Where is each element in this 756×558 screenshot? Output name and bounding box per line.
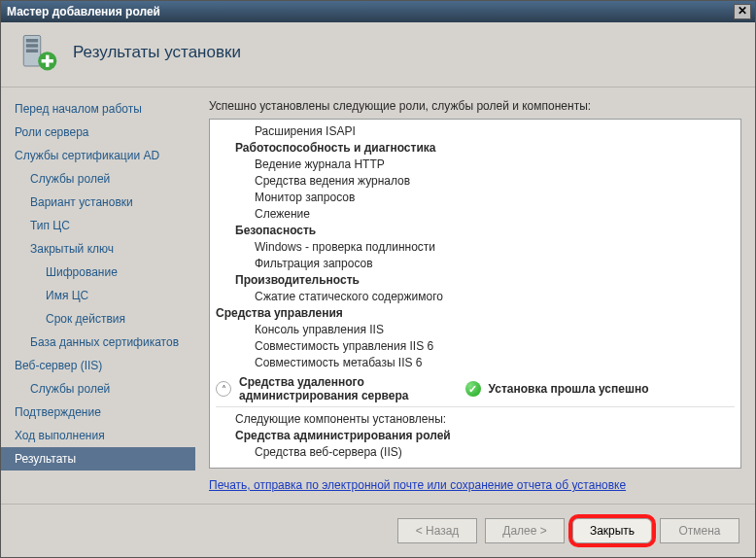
report-link[interactable]: Печать, отправка по электронной почте ил…: [209, 478, 741, 492]
sidebar-item-8[interactable]: Имя ЦС: [1, 284, 195, 307]
chevron-up-icon[interactable]: ˄: [216, 381, 231, 397]
post-item: Средства веб-сервера (IIS): [255, 444, 735, 461]
tree-row: Расширения ISAPI: [255, 123, 735, 140]
tree-row: Слежение: [255, 206, 735, 223]
tree-row: Монитор запросов: [255, 190, 735, 206]
tree-row: Совместимость метабазы IIS 6: [255, 355, 735, 371]
svg-rect-3: [26, 50, 38, 53]
tree-row: Производительность: [235, 272, 735, 289]
success-icon: ✓: [465, 381, 481, 397]
sidebar-item-12[interactable]: Службы ролей: [1, 377, 195, 401]
tree-row: Совместимость управления IIS 6: [255, 338, 735, 355]
sidebar-item-7[interactable]: Шифрование: [1, 261, 195, 284]
wizard-header: Результаты установки: [1, 22, 755, 87]
server-add-icon: [18, 32, 59, 73]
tree-row: Средства ведения журналов: [255, 173, 735, 190]
sidebar-item-13[interactable]: Подтверждение: [1, 401, 195, 424]
next-button: Далее >: [485, 518, 565, 543]
sidebar-item-15[interactable]: Результаты: [1, 447, 195, 471]
tree-row: Ведение журнала HTTP: [255, 157, 735, 173]
sidebar-item-3[interactable]: Службы ролей: [1, 167, 195, 191]
tree-row: Сжатие статического содержимого: [255, 289, 735, 305]
tree-row: Работоспособность и диагностика: [235, 140, 735, 157]
tree-row: Фильтрация запросов: [255, 256, 735, 272]
sidebar-item-10[interactable]: База данных сертификатов: [1, 331, 195, 354]
sidebar-item-14[interactable]: Ход выполнения: [1, 424, 195, 447]
post-intro: Следующие компоненты установлены:: [235, 411, 735, 428]
wizard-window: Мастер добавления ролей ✕ Результаты уст…: [0, 0, 756, 558]
sidebar-item-5[interactable]: Тип ЦС: [1, 214, 195, 237]
close-button[interactable]: Закрыть: [572, 518, 652, 543]
sidebar: Перед началом работыРоли сервераСлужбы с…: [1, 87, 195, 504]
tree-row: Windows - проверка подлинности: [255, 239, 735, 256]
wizard-body: Перед началом работыРоли сервераСлужбы с…: [1, 87, 755, 504]
post-heading: Средства администрирования ролей: [235, 428, 735, 444]
status-title: Средства удаленного администрирования се…: [239, 375, 409, 402]
sidebar-item-0[interactable]: Перед началом работы: [1, 97, 195, 121]
titlebar: Мастер добавления ролей ✕: [1, 1, 755, 22]
svg-rect-6: [42, 59, 53, 63]
sidebar-item-2[interactable]: Службы сертификации AD: [1, 144, 195, 167]
sidebar-item-11[interactable]: Веб-сервер (IIS): [1, 354, 195, 377]
svg-rect-1: [26, 39, 38, 43]
results-panel[interactable]: Расширения ISAPIРаботоспособность и диаг…: [209, 119, 741, 469]
tree-row: Консоль управления IIS: [255, 322, 735, 338]
wizard-footer: < Назад Далее > Закрыть Отмена: [1, 504, 755, 557]
svg-rect-2: [26, 44, 38, 48]
close-icon[interactable]: ✕: [734, 4, 751, 19]
tree-row: Средства управления: [216, 305, 735, 322]
status-text: Установка прошла успешно: [489, 382, 649, 396]
sidebar-item-4[interactable]: Вариант установки: [1, 191, 195, 214]
page-title: Результаты установки: [73, 43, 241, 62]
tree-row: Безопасность: [235, 223, 735, 239]
window-title: Мастер добавления ролей: [7, 5, 160, 18]
status-row: ˄ Средства удаленного администрирования …: [216, 375, 735, 402]
sidebar-item-9[interactable]: Срок действия: [1, 307, 195, 331]
main-panel: Успешно установлены следующие роли, служ…: [195, 87, 755, 504]
intro-text: Успешно установлены следующие роли, служ…: [209, 99, 741, 113]
cancel-button: Отмена: [660, 518, 739, 543]
back-button: < Назад: [397, 518, 477, 543]
sidebar-item-6[interactable]: Закрытый ключ: [1, 237, 195, 261]
sidebar-item-1[interactable]: Роли сервера: [1, 121, 195, 144]
